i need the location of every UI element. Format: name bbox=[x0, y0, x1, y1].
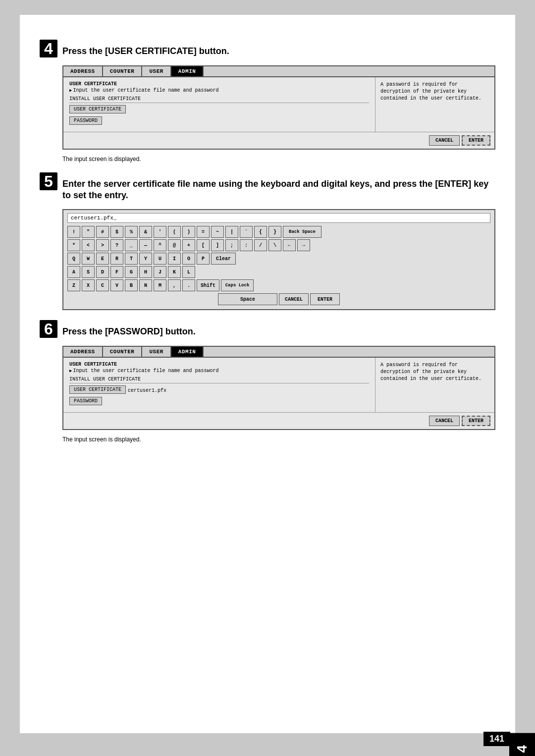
screen-2-enter-button[interactable]: ENTER bbox=[462, 416, 490, 426]
key-u[interactable]: U bbox=[154, 253, 166, 265]
screen-1-footer: CANCEL ENTER bbox=[63, 132, 494, 149]
key-l[interactable]: L bbox=[182, 266, 195, 278]
key-g[interactable]: G bbox=[125, 266, 138, 278]
key-t[interactable]: T bbox=[125, 253, 138, 265]
tab-admin[interactable]: ADMIN bbox=[171, 66, 204, 76]
key-p[interactable]: P bbox=[197, 253, 210, 265]
key-question[interactable]: ? bbox=[110, 239, 123, 251]
screen-2-left: USER CERTIFICATE Input the user certific… bbox=[63, 358, 375, 412]
key-rbrace[interactable]: } bbox=[268, 226, 281, 238]
step-6-header: 6 Press the [PASSWORD] button. bbox=[40, 320, 495, 338]
key-z[interactable]: Z bbox=[67, 279, 80, 291]
key-gt[interactable]: > bbox=[96, 239, 109, 251]
key-hash[interactable]: # bbox=[96, 226, 109, 238]
space-key[interactable]: Space bbox=[218, 293, 277, 305]
key-underscore[interactable]: _ bbox=[125, 239, 138, 251]
step-5-number: 5 bbox=[40, 172, 57, 190]
key-lbrace[interactable]: { bbox=[254, 226, 267, 238]
key-amp[interactable]: & bbox=[139, 226, 152, 238]
key-e[interactable]: E bbox=[96, 253, 109, 265]
clear-key[interactable]: Clear bbox=[211, 253, 236, 265]
key-equals[interactable]: = bbox=[197, 226, 210, 238]
screen2-field-user-cert-row: USER CERTIFICATE certuser1.pfx bbox=[69, 385, 369, 395]
key-k[interactable]: K bbox=[168, 266, 181, 278]
key-d[interactable]: D bbox=[96, 266, 109, 278]
key-slash[interactable]: / bbox=[254, 239, 267, 251]
kb-cancel-button[interactable]: CANCEL bbox=[279, 293, 309, 305]
key-b[interactable]: B bbox=[125, 279, 138, 291]
screen-2-section-title: USER CERTIFICATE bbox=[69, 362, 369, 367]
screen-2-mockup: ADDRESS COUNTER USER ADMIN USER CERTIFIC… bbox=[62, 346, 495, 430]
key-x[interactable]: X bbox=[82, 279, 95, 291]
key-plus[interactable]: + bbox=[182, 239, 195, 251]
kb-enter-button[interactable]: ENTER bbox=[310, 293, 340, 305]
key-y[interactable]: Y bbox=[139, 253, 152, 265]
screen2-tab-admin[interactable]: ADMIN bbox=[171, 347, 204, 357]
key-percent[interactable]: % bbox=[125, 226, 138, 238]
key-i[interactable]: I bbox=[168, 253, 181, 265]
key-backslash[interactable]: \ bbox=[268, 239, 281, 251]
key-semicolon[interactable]: ; bbox=[225, 239, 238, 251]
caps-lock-key[interactable]: Caps Lock bbox=[221, 279, 254, 291]
key-w[interactable]: W bbox=[82, 253, 95, 265]
key-j[interactable]: J bbox=[154, 266, 166, 278]
key-h[interactable]: H bbox=[139, 266, 152, 278]
key-colon[interactable]: : bbox=[240, 239, 253, 251]
key-left-arrow[interactable]: ← bbox=[283, 239, 296, 251]
tab-user[interactable]: USER bbox=[142, 66, 171, 76]
shift-key[interactable]: Shift bbox=[197, 279, 219, 291]
key-dash[interactable]: — bbox=[139, 239, 152, 251]
screen-2-install-label: INSTALL USER CERTIFICATE bbox=[69, 377, 369, 383]
key-period[interactable]: . bbox=[182, 279, 195, 291]
key-exclaim[interactable]: ! bbox=[67, 226, 80, 238]
key-r[interactable]: R bbox=[110, 253, 123, 265]
key-m[interactable]: M bbox=[154, 279, 166, 291]
key-lt[interactable]: < bbox=[82, 239, 95, 251]
tab-counter[interactable]: COUNTER bbox=[103, 66, 143, 76]
key-lparen[interactable]: ( bbox=[168, 226, 181, 238]
key-rparen[interactable]: ) bbox=[182, 226, 195, 238]
step-4-number: 4 bbox=[40, 40, 57, 57]
key-v[interactable]: V bbox=[110, 279, 123, 291]
key-tilde[interactable]: ~ bbox=[211, 226, 224, 238]
tab-address[interactable]: ADDRESS bbox=[63, 66, 103, 76]
backspace-key[interactable]: Back Space bbox=[283, 226, 321, 238]
screen2-tab-address[interactable]: ADDRESS bbox=[63, 347, 103, 357]
user-cert-button[interactable]: USER CERTIFICATE bbox=[69, 105, 126, 113]
step-4-title: Press the [USER CERTIFICATE] button. bbox=[62, 46, 229, 57]
screen2-password-button[interactable]: PASSWORD bbox=[69, 397, 102, 405]
password-button[interactable]: PASSWORD bbox=[69, 116, 102, 125]
screen-2-cancel-button[interactable]: CANCEL bbox=[429, 416, 460, 426]
key-q[interactable]: Q bbox=[67, 253, 80, 265]
keyboard-mockup: certuser1.pfx_ ! " # $ % & ' ( ) = ~ | `… bbox=[62, 209, 495, 310]
field-user-cert-row: USER CERTIFICATE bbox=[69, 105, 369, 115]
screen-1-subtitle: Input the user certificate file name and… bbox=[69, 88, 369, 93]
key-n[interactable]: N bbox=[139, 279, 152, 291]
keyboard-input[interactable]: certuser1.pfx_ bbox=[67, 213, 490, 223]
key-c[interactable]: C bbox=[96, 279, 109, 291]
key-lbracket[interactable]: [ bbox=[197, 239, 210, 251]
screen2-tab-counter[interactable]: COUNTER bbox=[103, 347, 143, 357]
key-right-arrow[interactable]: → bbox=[297, 239, 310, 251]
key-a[interactable]: A bbox=[67, 266, 80, 278]
screen2-user-cert-button[interactable]: USER CERTIFICATE bbox=[69, 385, 126, 394]
key-quote[interactable]: " bbox=[82, 226, 95, 238]
key-apos[interactable]: ' bbox=[154, 226, 166, 238]
screen-2-body: USER CERTIFICATE Input the user certific… bbox=[63, 358, 494, 412]
key-star[interactable]: * bbox=[67, 239, 80, 251]
key-comma[interactable]: , bbox=[168, 279, 181, 291]
key-rbracket[interactable]: ] bbox=[211, 239, 224, 251]
key-o[interactable]: O bbox=[182, 253, 195, 265]
key-backtick[interactable]: ` bbox=[240, 226, 253, 238]
key-caret[interactable]: ^ bbox=[154, 239, 166, 251]
key-s[interactable]: S bbox=[82, 266, 95, 278]
screen2-tab-user[interactable]: USER bbox=[142, 347, 171, 357]
screen-1-enter-button[interactable]: ENTER bbox=[462, 135, 490, 146]
screen-1-tabs: ADDRESS COUNTER USER ADMIN bbox=[63, 66, 494, 77]
key-at[interactable]: @ bbox=[168, 239, 181, 251]
screen-1-cancel-button[interactable]: CANCEL bbox=[429, 135, 460, 146]
kb-row-3: Q W E R T Y U I O P Clear bbox=[67, 253, 490, 265]
key-f[interactable]: F bbox=[110, 266, 123, 278]
key-pipe[interactable]: | bbox=[225, 226, 238, 238]
key-dollar[interactable]: $ bbox=[110, 226, 123, 238]
